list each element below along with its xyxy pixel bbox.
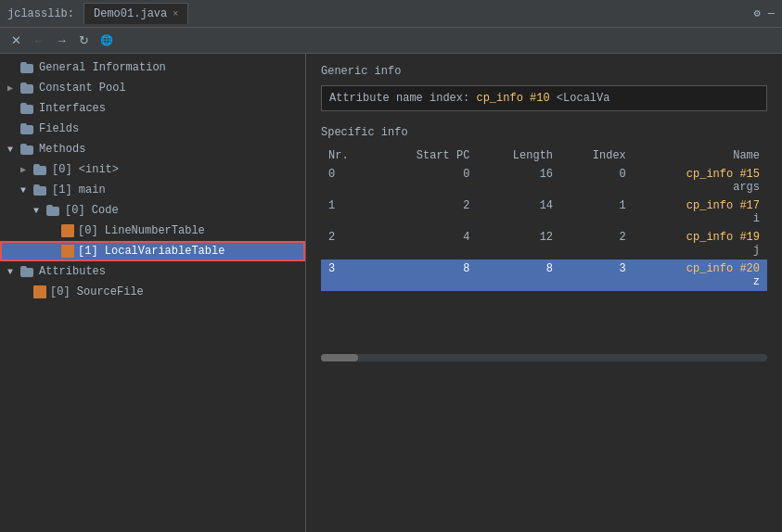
minimize-icon[interactable]: —	[768, 7, 775, 20]
tree-label: [0] Code	[65, 204, 119, 217]
variable-name: args	[733, 181, 760, 194]
cp-info-link[interactable]: cp_info #20	[686, 262, 760, 275]
cell-name: cp_info #19 j	[634, 228, 767, 260]
cp-info-link[interactable]: cp_info #15	[686, 168, 760, 181]
tab[interactable]: Demo01.java ×	[83, 3, 188, 24]
generic-info-title: Generic info	[321, 65, 767, 78]
right-panel: Generic info Attribute name index: cp_in…	[306, 54, 782, 532]
cell-start-pc: 0	[374, 165, 477, 196]
scrollbar[interactable]	[321, 354, 767, 361]
col-header-name: Name	[634, 146, 767, 165]
tree-arrow: ▶	[20, 164, 33, 175]
tree-item-fields[interactable]: Fields	[0, 119, 305, 139]
cell-index: 1	[560, 196, 634, 228]
close-button[interactable]: ✕	[7, 32, 25, 48]
tree-item-general-information[interactable]: General Information	[0, 57, 305, 78]
refresh-button[interactable]: ↻	[75, 32, 93, 48]
variable-name: i	[753, 212, 760, 225]
tree-arrow: ▼	[33, 206, 46, 216]
tree-item-constant-pool[interactable]: ▶ Constant Pool	[0, 78, 305, 98]
code-text-suffix: <LocalVa	[550, 92, 610, 105]
table-row[interactable]: 1 2 14 1 cp_info #17 i	[321, 196, 767, 228]
tree-item-line-number-table[interactable]: [0] LineNumberTable	[0, 221, 305, 241]
folder-icon	[20, 103, 35, 114]
tree-arrow: ▼	[7, 145, 20, 155]
tree-label: Constant Pool	[39, 82, 126, 95]
cell-start-pc: 8	[374, 260, 477, 291]
col-header-length: Length	[477, 146, 560, 165]
cell-nr: 3	[321, 260, 374, 291]
cell-length: 14	[477, 196, 560, 228]
cell-index: 3	[560, 260, 634, 291]
tree-item-attributes[interactable]: ▼ Attributes	[0, 261, 305, 282]
col-header-start-pc: Start PC	[374, 146, 477, 165]
folder-icon	[20, 82, 35, 94]
tree-item-code[interactable]: ▼ [0] Code	[0, 200, 305, 221]
back-button[interactable]: ←	[29, 32, 48, 48]
cell-name: cp_info #17 i	[634, 196, 767, 228]
local-variable-table: Nr. Start PC Length Index Name 0 0 16 0 …	[321, 146, 767, 291]
folder-icon	[20, 123, 35, 134]
folder-icon	[33, 164, 48, 175]
tree-item-local-variable-table[interactable]: [1] LocalVariableTable	[0, 241, 305, 261]
col-header-index: Index	[560, 146, 634, 165]
code-link[interactable]: cp_info #10	[476, 92, 549, 105]
tree-label: Interfaces	[39, 102, 106, 115]
cell-nr: 1	[321, 196, 374, 228]
table-row[interactable]: 0 0 16 0 cp_info #15 args	[321, 165, 767, 196]
attr-icon	[33, 285, 46, 298]
folder-icon	[20, 62, 35, 73]
cell-index: 2	[560, 228, 634, 260]
folder-icon	[46, 205, 61, 216]
tree-item-source-file[interactable]: [0] SourceFile	[0, 282, 305, 302]
tab-close-button[interactable]: ×	[173, 9, 178, 19]
tree-panel: General Information ▶ Constant Pool Inte…	[0, 54, 306, 532]
attr-icon	[61, 245, 74, 258]
tree-item-init[interactable]: ▶ [0] <init>	[0, 159, 305, 180]
main: General Information ▶ Constant Pool Inte…	[0, 54, 782, 532]
code-text-prefix: Attribute name index:	[329, 92, 476, 105]
forward-button[interactable]: →	[52, 32, 71, 48]
folder-icon	[20, 266, 35, 277]
table-row[interactable]: 3 8 8 3 cp_info #20 z	[321, 260, 767, 291]
specific-info-title: Specific info	[321, 126, 767, 139]
titlebar-left: jclasslib: Demo01.java ×	[7, 3, 188, 24]
tree-label: [0] LineNumberTable	[78, 224, 205, 237]
tree-label: [0] SourceFile	[50, 285, 144, 298]
cell-length: 8	[477, 260, 560, 291]
tree-label: Attributes	[39, 265, 106, 278]
cell-length: 12	[477, 228, 560, 260]
tree-label: [1] LocalVariableTable	[78, 245, 224, 258]
code-box: Attribute name index: cp_info #10 <Local…	[321, 85, 767, 111]
cell-length: 16	[477, 165, 560, 196]
tree-label: [0] <init>	[52, 163, 119, 176]
settings-icon[interactable]: ⚙	[754, 6, 761, 20]
tree-item-methods[interactable]: ▼ Methods	[0, 139, 305, 159]
titlebar: jclasslib: Demo01.java × ⚙ —	[0, 0, 782, 28]
cell-start-pc: 4	[374, 228, 477, 260]
scrollbar-thumb[interactable]	[321, 354, 358, 361]
folder-icon	[20, 144, 35, 155]
cell-name: cp_info #15 args	[634, 165, 767, 196]
tree-arrow: ▼	[20, 185, 33, 196]
tree-item-interfaces[interactable]: Interfaces	[0, 98, 305, 119]
table-row[interactable]: 2 4 12 2 cp_info #19 j	[321, 228, 767, 260]
cp-info-link[interactable]: cp_info #17	[686, 199, 760, 212]
app-label: jclasslib:	[7, 7, 74, 20]
variable-name: z	[753, 275, 760, 288]
attr-icon	[61, 224, 74, 237]
cell-nr: 2	[321, 228, 374, 260]
col-header-nr: Nr.	[321, 146, 374, 165]
cp-info-link[interactable]: cp_info #19	[686, 231, 760, 244]
tree-label: [1] main	[52, 184, 106, 196]
tree-item-main[interactable]: ▼ [1] main	[0, 180, 305, 200]
globe-button[interactable]: 🌐	[96, 33, 117, 47]
cell-nr: 0	[321, 165, 374, 196]
tree-label: Fields	[39, 122, 79, 135]
tree-arrow: ▶	[7, 82, 20, 94]
tree-label: General Information	[39, 61, 166, 74]
cell-name: cp_info #20 z	[634, 260, 767, 291]
tab-label: Demo01.java	[94, 7, 167, 20]
variable-name: j	[753, 244, 760, 257]
cell-start-pc: 2	[374, 196, 477, 228]
